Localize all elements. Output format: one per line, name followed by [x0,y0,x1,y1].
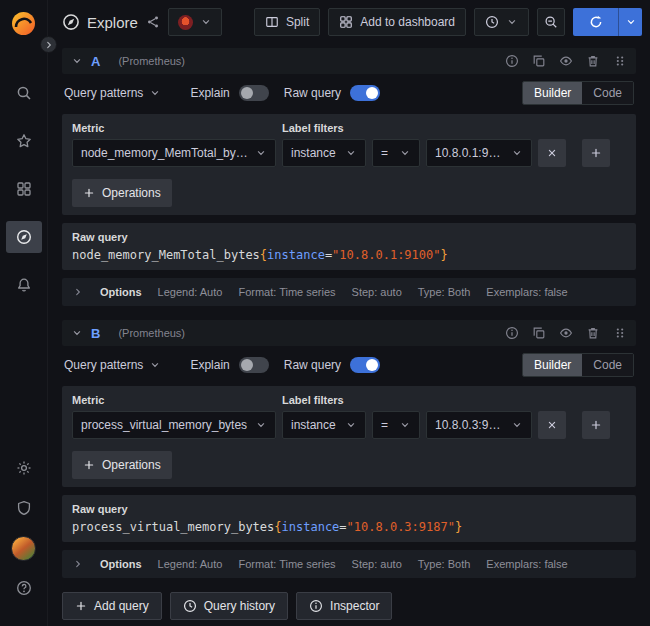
query-ref-id[interactable]: A [91,54,100,69]
editor-mode-segmented: Builder Code [522,81,634,105]
run-query-interval-caret[interactable] [619,8,642,36]
filter-operator-select[interactable]: = [372,139,420,167]
avatar [11,536,36,561]
filter-value-select[interactable]: 10.8.0.3:9187 [426,411,532,439]
zoom-out-time-range-button[interactable] [537,8,565,36]
caret-down-icon [506,16,518,28]
query-options-row[interactable]: Options Legend: Auto Format: Time series… [62,278,636,306]
duplicate-query-icon[interactable] [532,326,546,340]
code-equals: = [339,520,346,534]
explain-toggle[interactable] [239,357,269,373]
explain-label: Explain [190,86,229,100]
close-icon [546,419,558,431]
hide-response-eye-icon[interactable] [559,326,573,340]
metric-select-value: node_memory_MemTotal_bytes [81,146,249,160]
query-ref-id[interactable]: B [91,326,100,341]
query-header-actions [505,54,627,68]
filter-operator-value: = [381,146,388,160]
plus-icon [75,600,87,612]
options-label: Options [100,558,142,570]
remove-query-trash-icon[interactable] [586,326,600,340]
query-options-row[interactable]: Options Legend: Auto Format: Time series… [62,550,636,578]
filter-operator-select[interactable]: = [372,411,420,439]
add-query-button[interactable]: Add query [62,592,162,620]
options-legend: Legend: Auto [158,558,223,570]
sidebar-item-server-admin[interactable] [6,492,42,524]
split-button[interactable]: Split [254,8,320,36]
run-query-button[interactable] [573,8,619,36]
options-step: Step: auto [352,286,402,298]
builder-mode-button[interactable]: Builder [523,354,582,376]
query-editor-b: B (Prometheus) Query patterns Explain Ra… [62,320,636,578]
query-toolbar: Query patterns Explain Raw query Builder… [62,352,636,378]
grafana-logo-icon[interactable] [10,10,37,37]
page-title: Explore [62,13,138,31]
time-picker-button[interactable] [474,8,529,36]
query-patterns-dropdown[interactable]: Query patterns [64,358,161,372]
inspector-button[interactable]: Inspector [296,592,392,620]
sidebar-item-starred[interactable] [6,125,42,157]
filter-label-select[interactable]: instance [282,139,366,167]
remove-filter-button[interactable] [538,139,566,167]
code-mode-button[interactable]: Code [582,354,633,376]
sidebar-item-configuration[interactable] [6,452,42,484]
sidebar-item-explore[interactable] [6,221,42,253]
options-type: Type: Both [418,286,471,298]
drag-grip-icon[interactable] [613,54,627,68]
explain-toggle[interactable] [239,85,269,101]
query-help-icon[interactable] [505,54,519,68]
sidebar-item-profile[interactable] [6,532,42,564]
collapse-chevron-down-icon[interactable] [71,327,83,339]
datasource-picker[interactable] [168,8,222,36]
metric-select-value: process_virtual_memory_bytes [81,418,247,432]
query-patterns-dropdown[interactable]: Query patterns [64,86,161,100]
query-header: B (Prometheus) [62,320,636,346]
duplicate-query-icon[interactable] [532,54,546,68]
raw-query-toggle[interactable] [350,357,380,373]
query-help-icon[interactable] [505,326,519,340]
prometheus-datasource-icon [178,15,193,30]
compass-icon [16,229,32,245]
explore-footer-actions: Add query Query history Inspector [62,592,636,620]
hide-response-eye-icon[interactable] [559,54,573,68]
sidebar-item-alerting[interactable] [6,269,42,301]
add-filter-button[interactable] [582,139,610,167]
sidebar-item-search[interactable] [6,77,42,109]
raw-query-panel-label: Raw query [72,503,626,515]
filter-label-select[interactable]: instance [282,411,366,439]
compass-icon [62,13,80,31]
sidebar-expand-button[interactable] [40,36,57,53]
inspector-label: Inspector [330,599,379,613]
collapse-chevron-down-icon[interactable] [71,55,83,67]
remove-filter-button[interactable] [538,411,566,439]
query-history-button[interactable]: Query history [170,592,288,620]
add-operation-button[interactable]: Operations [72,451,172,479]
builder-mode-button[interactable]: Builder [523,82,582,104]
share-alt-icon [146,15,160,29]
zoom-out-icon [544,15,558,29]
code-open-brace: { [274,520,281,534]
add-query-label: Add query [94,599,149,613]
caret-down-icon [625,16,637,28]
caret-down-icon [511,419,523,431]
add-filter-button[interactable] [582,411,610,439]
add-to-dashboard-button[interactable]: Add to dashboard [328,8,466,36]
options-label: Options [100,286,142,298]
topbar: Explore Split Add to dashboard [48,0,650,44]
code-string-value: "10.8.0.3:9187" [347,520,455,534]
filter-value-select[interactable]: 10.8.0.1:9100 [426,139,532,167]
add-operation-button[interactable]: Operations [72,179,172,207]
raw-query-toggle[interactable] [350,85,380,101]
sidebar-item-help[interactable] [6,572,42,604]
run-query-button-group [573,8,642,36]
sidebar-item-dashboards[interactable] [6,173,42,205]
drag-grip-icon[interactable] [613,326,627,340]
share-shortlink-button[interactable] [146,15,160,29]
star-icon [16,133,32,149]
code-close-brace: } [455,520,462,534]
raw-query-code: process_virtual_memory_bytes{instance="1… [72,520,626,534]
remove-query-trash-icon[interactable] [586,54,600,68]
metric-select[interactable]: process_virtual_memory_bytes [72,411,276,439]
code-mode-button[interactable]: Code [582,82,633,104]
metric-select[interactable]: node_memory_MemTotal_bytes [72,139,276,167]
